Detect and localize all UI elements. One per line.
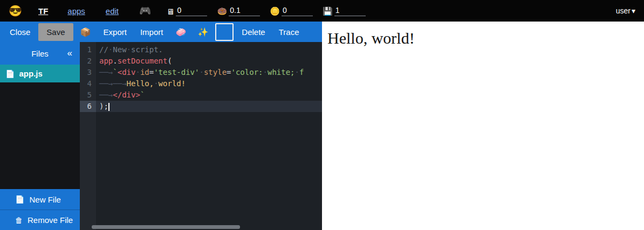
editor-lines: 1//·New·script.2app.setDocument(3──→`<di… bbox=[80, 44, 322, 112]
monitor-icon: 🖥 bbox=[166, 7, 174, 16]
files-title: Files bbox=[31, 49, 49, 58]
file-list: 📄app.js bbox=[0, 65, 80, 82]
line-content: ──→</div>` bbox=[96, 89, 145, 101]
editor-line[interactable]: 5──→</div>` bbox=[80, 89, 322, 101]
coin-icon: 🪙 bbox=[270, 6, 280, 16]
package-icon[interactable]: 📦 bbox=[76, 23, 95, 41]
donut-icon: 🍩 bbox=[217, 6, 227, 16]
new-file-label: New File bbox=[29, 195, 60, 204]
editor-line[interactable]: 1//·New·script. bbox=[80, 44, 322, 55]
line-content: ); bbox=[96, 101, 109, 112]
user-menu-label: user bbox=[616, 6, 631, 15]
editor-toolbar: Close Save 📦 Export Import 🧼 ✨ Delete Tr… bbox=[0, 22, 322, 42]
line-content: //·New·script. bbox=[96, 44, 163, 55]
main-area: Close Save 📦 Export Import 🧼 ✨ Delete Tr… bbox=[0, 22, 644, 230]
logo-emoji-icon[interactable]: 😎 bbox=[9, 4, 22, 17]
user-menu[interactable]: user ▾ bbox=[616, 6, 635, 15]
line-number: 3 bbox=[80, 67, 96, 78]
nav-link-apps[interactable]: apps bbox=[67, 6, 85, 16]
editor-pane: Close Save 📦 Export Import 🧼 ✨ Delete Tr… bbox=[0, 22, 322, 230]
sidebar-filler bbox=[0, 82, 80, 189]
remove-file-icon: 🗑 bbox=[15, 216, 23, 225]
horizontal-scrollbar[interactable] bbox=[92, 225, 240, 229]
line-number: 4 bbox=[80, 78, 96, 89]
file-name: app.js bbox=[19, 69, 42, 78]
soap-icon[interactable]: 🧼 bbox=[171, 23, 190, 41]
line-number: 1 bbox=[80, 44, 96, 55]
file-icon: 📄 bbox=[5, 69, 15, 78]
disk-stat[interactable]: 💾1 bbox=[323, 6, 366, 16]
line-content: ──→`<div·id='test-div'·style='color:·whi… bbox=[96, 67, 304, 78]
sparkles-icon[interactable]: ✨ bbox=[193, 23, 213, 41]
editor-line[interactable]: 2app.setDocument( bbox=[80, 55, 322, 67]
text-cursor bbox=[108, 103, 109, 111]
monitor-value[interactable]: 0 bbox=[176, 6, 207, 16]
line-content: app.setDocument( bbox=[96, 55, 172, 67]
disk-icon: 💾 bbox=[323, 6, 333, 16]
line-number: 6 bbox=[80, 101, 96, 112]
stats-group: 🖥0🍩0.1🪙0💾1 bbox=[166, 6, 365, 16]
controller-icon[interactable]: 🎮 bbox=[139, 5, 151, 17]
coin-stat[interactable]: 🪙0 bbox=[270, 6, 313, 16]
editor-line[interactable]: 6); bbox=[80, 101, 322, 112]
nav-link-edit[interactable]: edit bbox=[106, 6, 119, 16]
new-file-button[interactable]: 📄New File bbox=[0, 189, 80, 210]
close-button[interactable]: Close bbox=[4, 24, 36, 40]
line-number: 5 bbox=[80, 89, 96, 101]
files-header: Files « bbox=[0, 42, 80, 65]
new-file-icon: 📄 bbox=[15, 195, 24, 204]
workspace: Files « 📄app.js 📄New File🗑Remove File 1/… bbox=[0, 42, 322, 230]
line-content: ──→──→Hello,·world! bbox=[96, 78, 186, 89]
chevron-down-icon: ▾ bbox=[632, 6, 635, 15]
donut-stat[interactable]: 🍩0.1 bbox=[217, 6, 260, 16]
donut-value[interactable]: 0.1 bbox=[229, 6, 260, 16]
collapse-sidebar-icon[interactable]: « bbox=[67, 48, 72, 59]
monitor-stat[interactable]: 🖥0 bbox=[166, 6, 207, 16]
editor-line[interactable]: 3──→`<div·id='test-div'·style='color:·wh… bbox=[80, 67, 322, 78]
remove-file-button[interactable]: 🗑Remove File bbox=[0, 210, 80, 230]
sidebar-actions: 📄New File🗑Remove File bbox=[0, 189, 80, 230]
blank-button[interactable] bbox=[215, 23, 234, 41]
preview-pane: Hello, world! bbox=[322, 22, 644, 230]
code-editor[interactable]: 1//·New·script.2app.setDocument(3──→`<di… bbox=[80, 42, 322, 230]
export-button[interactable]: Export bbox=[98, 24, 132, 40]
disk-value[interactable]: 1 bbox=[334, 6, 366, 16]
topbar: 😎 TF apps edit 🎮 🖥0🍩0.1🪙0💾1 user ▾ bbox=[0, 0, 644, 22]
line-number: 2 bbox=[80, 55, 96, 67]
remove-file-label: Remove File bbox=[28, 215, 73, 225]
files-sidebar: Files « 📄app.js 📄New File🗑Remove File bbox=[0, 42, 80, 230]
coin-value[interactable]: 0 bbox=[282, 6, 313, 16]
trace-button[interactable]: Trace bbox=[273, 24, 305, 40]
delete-button[interactable]: Delete bbox=[236, 24, 270, 40]
editor-line[interactable]: 4──→──→Hello,·world! bbox=[80, 78, 322, 89]
file-item[interactable]: 📄app.js bbox=[0, 65, 80, 82]
save-button[interactable]: Save bbox=[38, 23, 73, 41]
preview-text: Hello, world! bbox=[327, 29, 644, 47]
brand-link[interactable]: TF bbox=[38, 6, 48, 16]
import-button[interactable]: Import bbox=[135, 24, 169, 40]
